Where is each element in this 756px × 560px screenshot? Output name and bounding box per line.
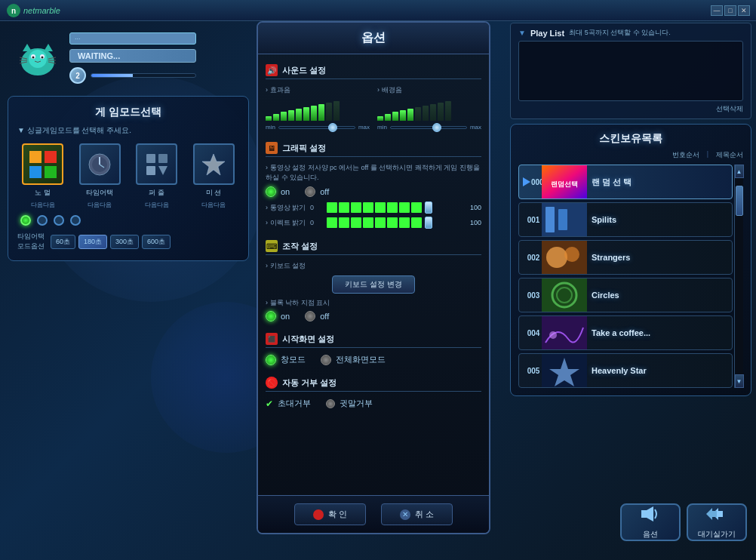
mode-normal-box[interactable] — [22, 143, 63, 185]
window-controls[interactable]: — □ ✕ — [711, 5, 750, 16]
mode-timeattack-label: 타임어택 — [86, 188, 113, 198]
cancel-button[interactable]: ✕ 취 소 — [381, 503, 453, 525]
play-indicator — [519, 165, 534, 198]
invite-refuse-checkbox[interactable]: ✔ 초대거부 — [266, 398, 311, 409]
effect-slider[interactable] — [278, 126, 355, 129]
effect-brightness-thumb[interactable] — [425, 217, 432, 229]
scroll-down-button[interactable]: ▼ — [735, 374, 744, 388]
bgm-slider[interactable] — [390, 126, 467, 129]
options-header: 옵션 — [258, 23, 489, 54]
svg-point-5 — [29, 50, 47, 68]
block-off-toggle[interactable]: off — [305, 311, 329, 322]
video-off-toggle[interactable]: off — [305, 186, 329, 197]
whisper-refuse-label: 귓말거부 — [340, 398, 373, 409]
b-bar — [375, 217, 386, 228]
sort-by-title[interactable]: 제목순서 — [716, 150, 743, 160]
close-button[interactable]: ✕ — [738, 5, 750, 16]
effect-sound-control: 효과음 min — [266, 85, 370, 131]
time-btn-60[interactable]: 60초 — [51, 235, 75, 249]
maximize-button[interactable]: □ — [724, 5, 736, 16]
options-btn-icon — [640, 505, 661, 528]
options-button[interactable]: 음션 — [620, 503, 681, 541]
bgm-max-label: max — [470, 124, 481, 131]
vol-bar — [385, 114, 391, 121]
fullscreen-dot[interactable] — [321, 355, 331, 365]
video-brightness-thumb[interactable] — [425, 202, 432, 214]
mode-puzzle[interactable]: 퍼 즐 다음다음 — [131, 143, 183, 209]
whisper-refuse-checkbox[interactable]: 귓말거부 — [326, 398, 373, 409]
graphics-section: 🖥 그래픽 설정 통영상 설정 저사양 pc 에서는 off 를 선택하시면 쾌… — [266, 140, 481, 229]
radio-mission[interactable] — [70, 215, 81, 226]
skin-scrollbar: ▲ ▼ — [734, 165, 743, 388]
time-btn-180[interactable]: 180초 — [78, 235, 107, 249]
sort-by-number[interactable]: 번호순서 — [672, 150, 699, 160]
mode-timeattack[interactable]: 타임어택 다음다음 — [75, 143, 126, 209]
mode-timeattack-box[interactable] — [79, 143, 121, 185]
radio-normal[interactable] — [20, 215, 31, 226]
skin-item-003[interactable]: 003 Circles — [518, 278, 733, 312]
time-btn-300[interactable]: 300초 — [110, 235, 139, 249]
radio-timeattack[interactable] — [37, 215, 48, 226]
skin-name-001: Spilits — [592, 215, 616, 224]
video-on-toggle[interactable]: on — [266, 186, 290, 197]
svg-text:n: n — [11, 7, 16, 15]
b-bar — [375, 202, 386, 213]
on-dot[interactable] — [266, 186, 276, 197]
title-bar: n netmarble — □ ✕ — [0, 0, 756, 21]
mission-icon — [200, 151, 227, 178]
radio-puzzle[interactable] — [54, 215, 64, 226]
effect-brightness-min: 0 — [310, 219, 322, 226]
time-btn-600[interactable]: 600초 — [142, 235, 171, 249]
playlist-title: Play List — [530, 29, 564, 38]
b-bar — [363, 202, 373, 213]
video-brightness-min: 0 — [310, 204, 322, 211]
mode-mission[interactable]: 미 션 다음다음 — [189, 143, 240, 209]
auto-refuse-title: 자동 거부 설정 — [282, 377, 337, 389]
scroll-up-button[interactable]: ▲ — [735, 165, 744, 178]
block-on-dot[interactable] — [266, 311, 276, 322]
mode-puzzle-label: 퍼 즐 — [149, 188, 164, 198]
b-bar — [411, 202, 422, 213]
effect-slider-thumb[interactable] — [328, 123, 337, 132]
fullscreen-mode-toggle[interactable]: 전체화면모드 — [321, 354, 386, 365]
svg-point-41 — [549, 331, 557, 339]
app-logo: n netmarble — [6, 3, 60, 18]
whisper-refuse-dot[interactable] — [326, 399, 335, 408]
mode-normal[interactable]: 노 멀 다음다음 — [17, 143, 69, 209]
block-toggle-row: on off — [266, 311, 481, 322]
left-panel: ··· WAITING... 2 게 임모드선택 싱글게임모드를 선택해 주세요… — [8, 26, 249, 551]
minimize-button[interactable]: — — [711, 5, 723, 16]
playlist-delete-button[interactable]: 선택삭제 — [518, 104, 743, 114]
keyboard-config-button[interactable]: 키보드 설정 변경 — [332, 275, 415, 294]
vol-bar — [318, 104, 324, 121]
sort-divider: | — [707, 150, 708, 160]
exit-button[interactable]: 대기실가기 — [687, 503, 747, 541]
skin-list-wrapper: 000 랜덤선택 랜 덤 선 택 001 — [518, 165, 743, 388]
window-mode-toggle[interactable]: 창모드 — [266, 354, 306, 365]
thumb-preview: 랜덤선택 — [542, 165, 587, 198]
mode-mission-box[interactable] — [193, 143, 235, 185]
confirm-button[interactable]: 확 인 — [294, 503, 366, 525]
block-off-dot[interactable] — [305, 311, 315, 322]
logo-icon: n — [6, 3, 21, 18]
mode-puzzle-box[interactable] — [136, 143, 177, 185]
block-on-toggle[interactable]: on — [266, 311, 290, 322]
sound-section-title: 사운드 설정 — [282, 65, 326, 76]
bgm-slider-thumb[interactable] — [432, 123, 441, 132]
vol-bar — [311, 106, 317, 121]
skin-thumb-005 — [542, 354, 587, 387]
window-mode-dot[interactable] — [266, 355, 276, 365]
skin-item-004[interactable]: 004 Take a coffee... — [518, 315, 733, 350]
off-dot[interactable] — [305, 186, 315, 197]
timeattack-icon — [86, 151, 113, 178]
effect-brightness-label: 이펙트 밝기 — [266, 218, 306, 228]
skin-item-002[interactable]: 002 Strangers — [518, 240, 733, 275]
skin-item-001[interactable]: 001 Spilits — [518, 202, 733, 237]
skin-item-000[interactable]: 000 랜덤선택 랜 덤 선 택 — [518, 165, 733, 199]
b-bar — [387, 202, 398, 213]
svg-rect-40 — [542, 316, 587, 349]
vol-bar — [303, 107, 309, 121]
scroll-thumb[interactable] — [736, 186, 743, 216]
b-bar — [387, 217, 398, 228]
skin-item-005[interactable]: 005 Heavenly Star — [518, 353, 733, 388]
